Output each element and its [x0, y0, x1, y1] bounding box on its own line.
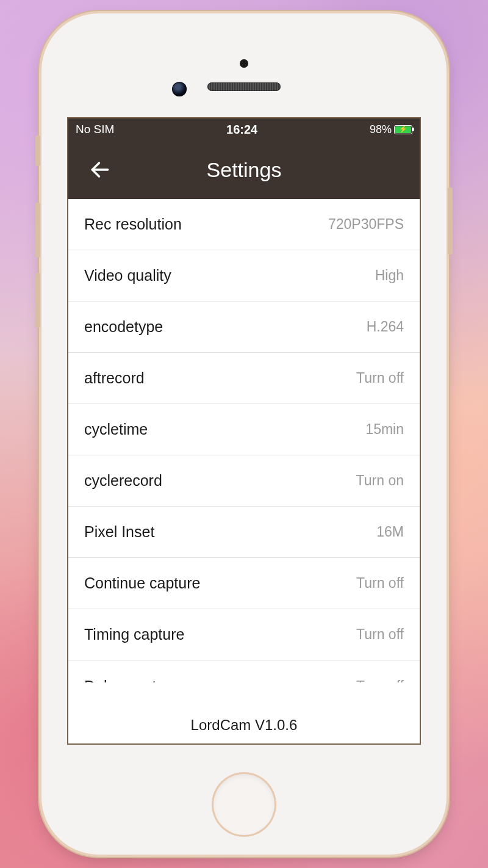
setting-pixel-inset[interactable]: Pixel Inset 16M: [68, 507, 420, 558]
setting-cyclerecord[interactable]: cyclerecord Turn on: [68, 455, 420, 507]
setting-video-quality[interactable]: Video quality High: [68, 250, 420, 302]
setting-label: Video quality: [84, 267, 171, 284]
setting-label: Timing capture: [84, 626, 184, 643]
home-button[interactable]: [214, 774, 274, 835]
setting-value: 720P30FPS: [328, 216, 404, 233]
version-footer: LordCam V1.0.6: [68, 707, 420, 743]
setting-value: Turn off: [356, 370, 404, 386]
front-camera: [172, 82, 187, 96]
settings-list[interactable]: Rec resolution 720P30FPS Video quality H…: [68, 199, 420, 707]
proximity-sensor: [240, 59, 248, 68]
volume-down-button: [35, 273, 40, 328]
clock: 16:24: [114, 123, 370, 137]
setting-value: High: [375, 267, 404, 284]
page-title: Settings: [68, 158, 420, 182]
setting-value: Turn off: [356, 575, 404, 591]
volume-up-button: [35, 203, 40, 258]
setting-cycletime[interactable]: cycletime 15min: [68, 404, 420, 455]
battery-percent: 98%: [370, 123, 392, 136]
setting-label: Continue capture: [84, 574, 200, 592]
nav-bar: Settings: [68, 140, 420, 199]
setting-label: cycletime: [84, 421, 148, 438]
setting-value: Turn on: [356, 472, 404, 489]
setting-label: encodetype: [84, 318, 163, 336]
setting-value: H.264: [367, 319, 404, 335]
back-arrow-icon: [88, 158, 112, 181]
wallpaper: No SIM 16:24 98% ⚡ Settings: [0, 0, 488, 868]
setting-label: aftrecord: [84, 369, 145, 387]
setting-delay-capture[interactable]: Delay capture Turn off: [68, 660, 420, 682]
setting-label: Pixel Inset: [84, 523, 154, 541]
setting-timing-capture[interactable]: Timing capture Turn off: [68, 609, 420, 660]
version-text: LordCam V1.0.6: [191, 717, 298, 734]
setting-rec-resolution[interactable]: Rec resolution 720P30FPS: [68, 199, 420, 250]
battery-icon: ⚡: [394, 125, 412, 134]
setting-value: 16M: [376, 524, 404, 540]
setting-value: 15min: [365, 421, 404, 438]
setting-label: cyclerecord: [84, 472, 162, 490]
setting-label: Rec resolution: [84, 215, 182, 233]
phone-frame: No SIM 16:24 98% ⚡ Settings: [41, 13, 447, 855]
earpiece-speaker: [207, 82, 281, 91]
status-bar: No SIM 16:24 98% ⚡: [68, 118, 420, 140]
status-right: 98% ⚡: [370, 123, 412, 136]
back-button[interactable]: [87, 156, 113, 183]
setting-label: Delay capture: [84, 678, 178, 683]
sim-status: No SIM: [76, 123, 114, 136]
setting-value: Turn off: [356, 626, 404, 643]
power-button: [448, 187, 453, 255]
screen: No SIM 16:24 98% ⚡ Settings: [67, 117, 421, 745]
setting-encodetype[interactable]: encodetype H.264: [68, 302, 420, 353]
setting-value: Turn off: [356, 678, 404, 683]
setting-aftrecord[interactable]: aftrecord Turn off: [68, 353, 420, 404]
mute-switch: [35, 136, 40, 166]
setting-continue-capture[interactable]: Continue capture Turn off: [68, 558, 420, 609]
